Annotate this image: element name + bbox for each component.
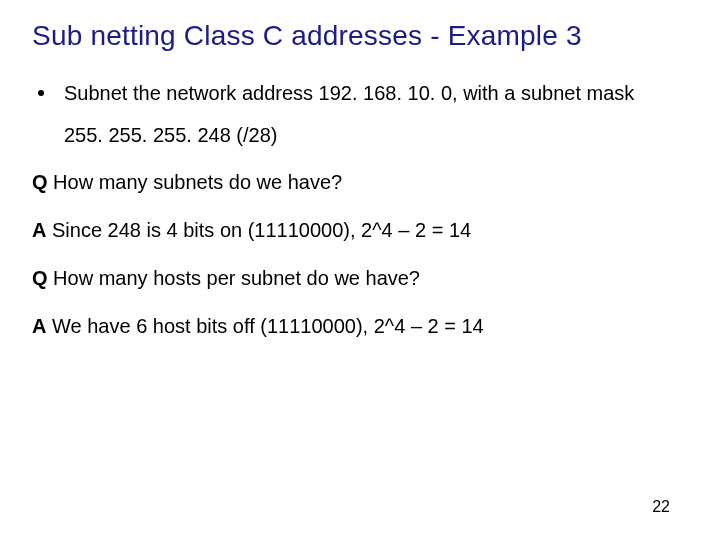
qa-text: Since 248 is 4 bits on (11110000), 2^4 –… [46,219,471,241]
qa-line-0: Q How many subnets do we have? [32,169,688,195]
qa-text: How many subnets do we have? [48,171,343,193]
bullet-text-line2: 255. 255. 255. 248 (/28) [64,124,688,147]
slide-title: Sub netting Class C addresses - Example … [32,20,688,52]
qa-label: A [32,219,46,241]
qa-text: How many hosts per subnet do we have? [48,267,420,289]
qa-line-2: Q How many hosts per subnet do we have? [32,265,688,291]
bullet-text-line1: Subnet the network address 192. 168. 10.… [64,80,634,106]
bullet-dot-icon [38,90,44,96]
qa-label: Q [32,267,48,289]
qa-line-1: A Since 248 is 4 bits on (11110000), 2^4… [32,217,688,243]
qa-label: Q [32,171,48,193]
qa-text: We have 6 host bits off (11110000), 2^4 … [46,315,483,337]
page-number: 22 [652,498,670,516]
bullet-item: Subnet the network address 192. 168. 10.… [32,80,688,106]
qa-label: A [32,315,46,337]
qa-line-3: A We have 6 host bits off (11110000), 2^… [32,313,688,339]
